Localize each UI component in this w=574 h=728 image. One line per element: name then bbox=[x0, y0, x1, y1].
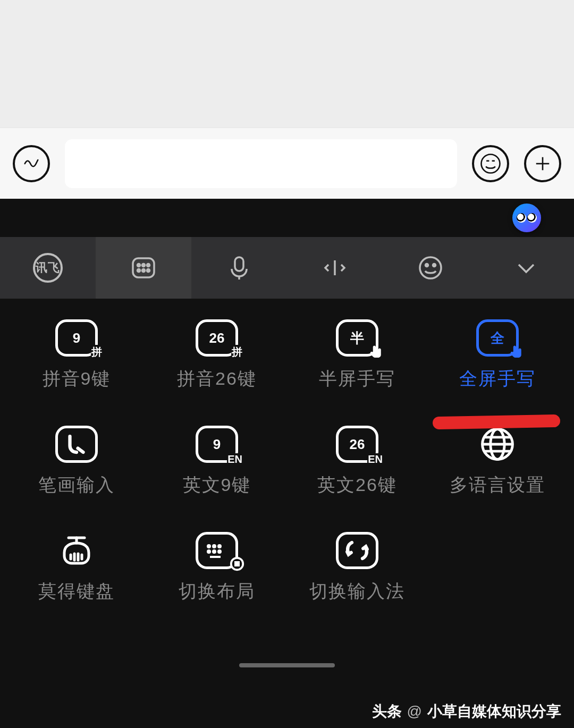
keyboard-panel: 讯飞 bbox=[0, 199, 574, 728]
layout-switch-ime[interactable]: 切换输入法 bbox=[287, 530, 427, 604]
layout-label: 全屏手写 bbox=[459, 367, 536, 391]
layout-stroke[interactable]: 笔画输入 bbox=[6, 424, 147, 497]
full-handwrite-icon: 全 bbox=[479, 322, 516, 354]
layout-label: 英文9键 bbox=[183, 473, 251, 497]
switch-ime-icon bbox=[339, 535, 376, 566]
input-bar bbox=[0, 128, 574, 199]
message-input[interactable] bbox=[65, 139, 457, 188]
chat-background bbox=[0, 0, 574, 128]
layout-label: 笔画输入 bbox=[38, 473, 115, 497]
layout-full-handwrite[interactable]: 全 全屏手写 bbox=[427, 318, 568, 391]
svg-point-32 bbox=[218, 551, 221, 553]
pinyin9-icon: 9 拼 bbox=[58, 322, 95, 354]
english26-icon: 26 EN bbox=[339, 428, 376, 460]
toolbar-logo[interactable]: 讯飞 bbox=[0, 237, 96, 299]
layout-label: 切换布局 bbox=[179, 579, 255, 604]
layout-label: 拼音26键 bbox=[177, 367, 257, 391]
english9-icon: 9 EN bbox=[198, 428, 235, 460]
svg-point-16 bbox=[426, 264, 428, 267]
keyboard-toolbar: 讯飞 bbox=[0, 237, 574, 299]
svg-point-6 bbox=[138, 264, 140, 267]
plus-button[interactable] bbox=[524, 145, 561, 182]
svg-point-10 bbox=[142, 269, 145, 272]
plus-icon bbox=[531, 153, 554, 175]
watermark: 头条 @ 小草自媒体知识分享 bbox=[372, 701, 561, 722]
layout-english-9[interactable]: 9 EN 英文9键 bbox=[147, 424, 287, 497]
smiley-icon bbox=[416, 253, 445, 283]
svg-point-27 bbox=[208, 545, 210, 547]
voice-toggle-button[interactable] bbox=[13, 145, 50, 182]
layout-multilang[interactable]: 多语言设置 bbox=[427, 424, 568, 497]
svg-point-11 bbox=[147, 269, 150, 272]
assistant-avatar-icon[interactable] bbox=[512, 204, 541, 232]
svg-point-0 bbox=[482, 154, 500, 173]
emoji-button[interactable] bbox=[472, 145, 509, 182]
half-handwrite-icon: 半 bbox=[339, 322, 376, 354]
layout-label: 半屏手写 bbox=[319, 367, 395, 391]
svg-rect-35 bbox=[234, 561, 240, 566]
svg-point-7 bbox=[142, 264, 145, 267]
iflytek-logo-icon: 讯飞 bbox=[33, 253, 63, 283]
mode-keyboard-icon bbox=[58, 535, 95, 566]
author-name: 小草自媒体知识分享 bbox=[427, 701, 561, 722]
chevron-down-icon bbox=[511, 253, 541, 283]
toolbar-keyboard-menu[interactable] bbox=[96, 237, 191, 299]
svg-point-30 bbox=[208, 551, 210, 553]
toutiao-logo-text: 头条 bbox=[372, 701, 402, 722]
svg-point-28 bbox=[213, 545, 215, 547]
stroke-icon bbox=[58, 428, 95, 460]
layout-label: 多语言设置 bbox=[450, 473, 545, 497]
voice-wave-icon bbox=[20, 153, 43, 175]
globe-icon bbox=[479, 428, 516, 460]
svg-point-17 bbox=[433, 264, 436, 267]
svg-rect-12 bbox=[235, 257, 243, 271]
toolbar-collapse[interactable] bbox=[478, 237, 574, 299]
toolbar-emoji[interactable] bbox=[383, 237, 478, 299]
layout-label: 莫得键盘 bbox=[38, 579, 115, 604]
layout-pinyin-9[interactable]: 9 拼 拼音9键 bbox=[6, 318, 147, 391]
layout-mode-keyboard[interactable]: 莫得键盘 bbox=[6, 530, 147, 604]
scroll-indicator bbox=[239, 663, 335, 667]
svg-point-29 bbox=[218, 545, 221, 547]
emoji-face-icon bbox=[479, 153, 502, 175]
svg-point-31 bbox=[213, 551, 215, 553]
layout-switch-layout[interactable]: 切换布局 bbox=[147, 530, 287, 604]
layout-english-26[interactable]: 26 EN 英文26键 bbox=[287, 424, 427, 497]
layout-label: 英文26键 bbox=[317, 473, 397, 497]
keyboard-grid-icon bbox=[129, 253, 158, 283]
keyboard-header bbox=[0, 199, 574, 237]
layout-label: 切换输入法 bbox=[309, 579, 405, 604]
svg-point-15 bbox=[420, 257, 441, 278]
svg-point-8 bbox=[147, 264, 150, 267]
layout-label: 拼音9键 bbox=[43, 367, 111, 391]
pinyin26-icon: 26 拼 bbox=[198, 322, 235, 354]
cursor-move-icon bbox=[320, 253, 350, 283]
switch-layout-icon bbox=[198, 535, 235, 566]
toolbar-voice[interactable] bbox=[191, 237, 287, 299]
layout-pinyin-26[interactable]: 26 拼 拼音26键 bbox=[147, 318, 287, 391]
at-symbol: @ bbox=[407, 703, 422, 720]
layout-half-handwrite[interactable]: 半 半屏手写 bbox=[287, 318, 427, 391]
toolbar-cursor[interactable] bbox=[287, 237, 383, 299]
microphone-icon bbox=[224, 253, 254, 283]
svg-point-9 bbox=[138, 269, 140, 272]
svg-rect-5 bbox=[133, 258, 154, 277]
annotation-underline bbox=[433, 414, 560, 429]
